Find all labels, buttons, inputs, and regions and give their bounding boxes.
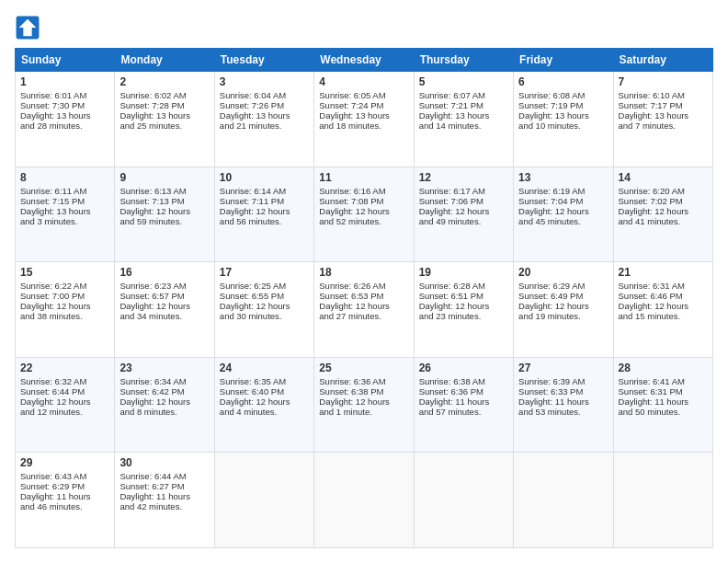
day-info-line: and 3 minutes. [20, 216, 109, 226]
day-info-line: and 38 minutes. [20, 311, 109, 321]
day-info-line: Sunset: 6:44 PM [20, 386, 109, 396]
calendar-cell: 16Sunrise: 6:23 AMSunset: 6:57 PMDayligh… [115, 262, 214, 358]
day-info-line: Sunset: 6:36 PM [419, 386, 508, 396]
day-number: 28 [619, 362, 708, 374]
day-info-line: Daylight: 12 hours [119, 301, 209, 311]
day-number: 29 [20, 456, 109, 469]
day-info-line: and 18 minutes. [319, 121, 408, 131]
weekday-header-friday: Friday [514, 49, 613, 72]
calendar-week-row: 29Sunrise: 6:43 AMSunset: 6:29 PMDayligh… [16, 453, 713, 548]
day-info-line: and 21 minutes. [220, 121, 309, 131]
day-info-line: Sunrise: 6:19 AM [518, 186, 608, 196]
day-number: 4 [319, 75, 408, 88]
day-number: 9 [119, 171, 209, 184]
day-number: 26 [419, 362, 508, 374]
day-number: 14 [619, 171, 708, 184]
day-info-line: Sunrise: 6:25 AM [220, 281, 309, 291]
day-info-line: Daylight: 13 hours [619, 110, 708, 121]
calendar-cell: 28Sunrise: 6:41 AMSunset: 6:31 PMDayligh… [613, 357, 712, 453]
day-info-line: Daylight: 13 hours [20, 206, 109, 216]
day-info-line: Sunset: 7:15 PM [20, 196, 109, 206]
calendar-cell [414, 453, 513, 548]
day-info-line: Sunrise: 6:11 AM [20, 186, 109, 196]
day-number: 17 [220, 266, 309, 279]
day-info-line: Sunset: 6:38 PM [319, 386, 408, 396]
day-info-line: Sunset: 6:55 PM [220, 291, 309, 301]
day-info-line: Sunset: 6:46 PM [619, 291, 708, 301]
calendar-cell: 23Sunrise: 6:34 AMSunset: 6:42 PMDayligh… [115, 357, 214, 453]
day-info-line: and 28 minutes. [20, 121, 109, 131]
day-info-line: Sunrise: 6:01 AM [20, 90, 109, 100]
day-info-line: Daylight: 12 hours [419, 206, 508, 216]
calendar-cell: 26Sunrise: 6:38 AMSunset: 6:36 PMDayligh… [414, 357, 513, 453]
calendar-cell: 7Sunrise: 6:10 AMSunset: 7:17 PMDaylight… [613, 72, 712, 167]
day-number: 16 [119, 266, 209, 279]
day-info-line: Sunrise: 6:05 AM [319, 90, 408, 100]
calendar-cell: 17Sunrise: 6:25 AMSunset: 6:55 PMDayligh… [214, 262, 313, 358]
day-info-line: and 50 minutes. [619, 407, 708, 417]
weekday-header-sunday: Sunday [16, 49, 115, 72]
day-number: 21 [619, 266, 708, 279]
day-info-line: and 14 minutes. [419, 121, 508, 131]
calendar-cell: 8Sunrise: 6:11 AMSunset: 7:15 PMDaylight… [16, 167, 115, 262]
day-number: 11 [319, 171, 408, 184]
day-info-line: Daylight: 12 hours [518, 206, 608, 216]
day-info-line: Daylight: 13 hours [20, 110, 109, 121]
day-info-line: Sunrise: 6:17 AM [419, 186, 508, 196]
calendar-cell: 18Sunrise: 6:26 AMSunset: 6:53 PMDayligh… [314, 262, 414, 358]
calendar-cell: 3Sunrise: 6:04 AMSunset: 7:26 PMDaylight… [214, 72, 313, 167]
day-info-line: Daylight: 12 hours [20, 301, 109, 311]
day-info-line: Sunrise: 6:44 AM [119, 471, 209, 481]
calendar-cell [514, 453, 613, 548]
day-number: 7 [619, 75, 708, 88]
calendar-cell: 27Sunrise: 6:39 AMSunset: 6:33 PMDayligh… [514, 357, 613, 453]
day-info-line: Daylight: 12 hours [619, 301, 708, 311]
day-info-line: Sunset: 7:17 PM [619, 100, 708, 110]
day-info-line: Sunset: 7:00 PM [20, 291, 109, 301]
day-info-line: Sunset: 7:30 PM [20, 100, 109, 110]
day-info-line: Sunrise: 6:41 AM [619, 376, 708, 386]
day-number: 1 [20, 75, 109, 88]
day-info-line: and 53 minutes. [518, 407, 608, 417]
calendar-cell: 10Sunrise: 6:14 AMSunset: 7:11 PMDayligh… [214, 167, 313, 262]
day-info-line: Sunset: 6:29 PM [20, 481, 109, 491]
day-info-line: Sunset: 6:33 PM [518, 386, 608, 396]
calendar-table: SundayMondayTuesdayWednesdayThursdayFrid… [15, 48, 713, 548]
day-info-line: Sunset: 6:51 PM [419, 291, 508, 301]
logo-icon [15, 15, 40, 40]
day-info-line: Daylight: 12 hours [119, 206, 209, 216]
calendar-cell: 30Sunrise: 6:44 AMSunset: 6:27 PMDayligh… [115, 453, 214, 548]
day-info-line: and 23 minutes. [419, 311, 508, 321]
day-info-line: Sunset: 7:26 PM [220, 100, 309, 110]
calendar-cell: 29Sunrise: 6:43 AMSunset: 6:29 PMDayligh… [16, 453, 115, 548]
day-info-line: Sunset: 7:13 PM [119, 196, 209, 206]
calendar-cell [314, 453, 414, 548]
day-info-line: Sunrise: 6:43 AM [20, 471, 109, 481]
calendar-cell [214, 453, 313, 548]
day-info-line: Daylight: 13 hours [319, 110, 408, 121]
day-info-line: Sunrise: 6:34 AM [119, 376, 209, 386]
day-info-line: and 34 minutes. [119, 311, 209, 321]
day-info-line: and 42 minutes. [119, 501, 209, 511]
day-info-line: Sunrise: 6:32 AM [20, 376, 109, 386]
calendar-cell: 9Sunrise: 6:13 AMSunset: 7:13 PMDaylight… [115, 167, 214, 262]
calendar-cell: 12Sunrise: 6:17 AMSunset: 7:06 PMDayligh… [414, 167, 513, 262]
calendar-cell: 13Sunrise: 6:19 AMSunset: 7:04 PMDayligh… [514, 167, 613, 262]
calendar-cell: 4Sunrise: 6:05 AMSunset: 7:24 PMDaylight… [314, 72, 414, 167]
calendar-cell: 19Sunrise: 6:28 AMSunset: 6:51 PMDayligh… [414, 262, 513, 358]
day-info-line: Daylight: 13 hours [119, 110, 209, 121]
day-number: 2 [119, 75, 209, 88]
day-info-line: Sunrise: 6:35 AM [220, 376, 309, 386]
day-info-line: Sunrise: 6:02 AM [119, 90, 209, 100]
page: SundayMondayTuesdayWednesdayThursdayFrid… [0, 0, 728, 563]
weekday-header-monday: Monday [115, 49, 214, 72]
day-info-line: and 15 minutes. [619, 311, 708, 321]
calendar-cell: 6Sunrise: 6:08 AMSunset: 7:19 PMDaylight… [514, 72, 613, 167]
day-info-line: Daylight: 11 hours [419, 396, 508, 407]
day-info-line: and 30 minutes. [220, 311, 309, 321]
day-info-line: Sunrise: 6:13 AM [119, 186, 209, 196]
calendar-cell: 15Sunrise: 6:22 AMSunset: 7:00 PMDayligh… [16, 262, 115, 358]
day-info-line: and 1 minute. [319, 407, 408, 417]
day-info-line: Sunset: 6:40 PM [220, 386, 309, 396]
day-info-line: Sunset: 6:31 PM [619, 386, 708, 396]
